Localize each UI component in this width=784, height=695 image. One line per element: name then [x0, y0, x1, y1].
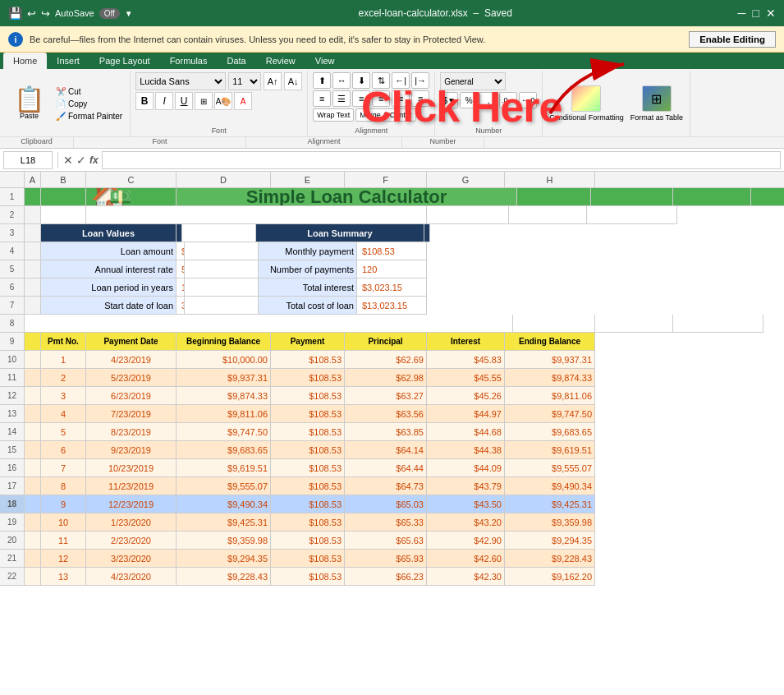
cut-button[interactable]: ✂️Cut	[53, 86, 125, 97]
italic-btn[interactable]: I	[155, 92, 173, 110]
payment-12[interactable]: $108.53	[271, 387, 345, 405]
col-header-B[interactable]: B	[41, 172, 86, 187]
cell-A12[interactable]	[25, 387, 41, 405]
date-10[interactable]: 4/23/2019	[86, 351, 177, 369]
interest-19[interactable]: $43.20	[427, 513, 505, 532]
increase-font-btn[interactable]: A↑	[264, 72, 282, 90]
date-19[interactable]: 1/23/2020	[86, 513, 177, 532]
interest-15[interactable]: $44.38	[427, 441, 505, 459]
cell-A14[interactable]	[25, 423, 41, 441]
redo-icon[interactable]: ↪	[41, 7, 50, 20]
interest-10[interactable]: $45.83	[427, 351, 505, 369]
interest-21[interactable]: $42.60	[427, 550, 505, 568]
cell-E3[interactable]	[182, 224, 256, 242]
cell-A16[interactable]	[25, 459, 41, 477]
dropdown-icon[interactable]: ▼	[125, 9, 133, 18]
interest-20[interactable]: $42.90	[427, 532, 505, 550]
font-color-btn[interactable]: A	[234, 92, 252, 110]
interest-16[interactable]: $44.09	[427, 459, 505, 477]
begin-19[interactable]: $9,425.31	[177, 513, 271, 532]
col-header-D[interactable]: D	[177, 172, 271, 187]
pmt-num-18[interactable]: 9	[41, 495, 86, 513]
loan-values-header[interactable]: Loan Values	[41, 224, 177, 242]
cell-A9[interactable]	[25, 333, 41, 351]
tab-formulas[interactable]: Formulas	[160, 53, 218, 69]
ending-17[interactable]: $9,490.34	[505, 477, 595, 495]
merge-center-btn[interactable]: Merge & Center	[355, 108, 416, 122]
cell-A18[interactable]	[25, 495, 41, 513]
cell-C2[interactable]	[86, 206, 427, 224]
summary-label-4[interactable]: Total cost of loan	[259, 297, 357, 315]
begin-13[interactable]: $9,811.06	[177, 405, 271, 423]
pmt-header[interactable]: Pmt No.	[41, 333, 86, 351]
begin-12[interactable]: $9,874.33	[177, 387, 271, 405]
payment-16[interactable]: $108.53	[271, 459, 345, 477]
pmt-num-22[interactable]: 13	[41, 568, 86, 586]
begin-10[interactable]: $10,000.00	[177, 351, 271, 369]
summary-value-3[interactable]: $3,023.15	[357, 278, 427, 297]
col-header-H[interactable]: H	[505, 172, 595, 187]
format-table-btn[interactable]: ⊞ Format as Table	[630, 85, 683, 122]
cell-B1[interactable]	[41, 188, 86, 206]
formula-input[interactable]	[102, 151, 781, 169]
begin-16[interactable]: $9,619.51	[177, 459, 271, 477]
currency-btn[interactable]: $▼	[440, 92, 458, 108]
cell-A17[interactable]	[25, 477, 41, 495]
cell-A2[interactable]	[25, 206, 41, 224]
payment-header[interactable]: Payment	[271, 333, 345, 351]
cell-A10[interactable]	[25, 351, 41, 369]
principal-15[interactable]: $64.14	[345, 441, 427, 459]
loan-label-1[interactable]: Loan amount	[41, 242, 177, 260]
pmt-num-13[interactable]: 4	[41, 405, 86, 423]
save-icon[interactable]: 💾	[8, 7, 22, 20]
principal-11[interactable]: $62.98	[345, 369, 427, 387]
indent-increase-btn[interactable]: |→	[411, 72, 429, 89]
begin-18[interactable]: $9,490.34	[177, 495, 271, 513]
date-13[interactable]: 7/23/2019	[86, 405, 177, 423]
format-painter-button[interactable]: 🖌️Format Painter	[53, 111, 125, 122]
maximize-icon[interactable]: □	[753, 7, 759, 20]
loan-label-4[interactable]: Start date of loan	[41, 297, 177, 315]
cell-A20[interactable]	[25, 532, 41, 550]
col-header-C[interactable]: C	[86, 172, 177, 187]
interest-11[interactable]: $45.55	[427, 369, 505, 387]
date-20[interactable]: 2/23/2020	[86, 532, 177, 550]
payment-20[interactable]: $108.53	[271, 532, 345, 550]
interest-17[interactable]: $43.79	[427, 477, 505, 495]
loan-value-4[interactable]: 3/23/2019	[177, 297, 185, 315]
principal-21[interactable]: $65.93	[345, 550, 427, 568]
payment-10[interactable]: $108.53	[271, 351, 345, 369]
cell-B2[interactable]	[41, 206, 86, 224]
begin-bal-header[interactable]: Beginning Balance	[177, 333, 271, 351]
begin-20[interactable]: $9,359.98	[177, 532, 271, 550]
text-direction-btn[interactable]: ⇅	[372, 72, 390, 89]
summary-label-2[interactable]: Number of payments	[259, 260, 357, 278]
indent-decrease-btn[interactable]: ←|	[392, 72, 410, 89]
date-12[interactable]: 6/23/2019	[86, 387, 177, 405]
col-header-G[interactable]: G	[427, 172, 505, 187]
tab-data[interactable]: Data	[217, 53, 255, 69]
date-16[interactable]: 10/23/2019	[86, 459, 177, 477]
pmt-num-12[interactable]: 3	[41, 387, 86, 405]
loan-label-2[interactable]: Annual interest rate	[41, 260, 177, 278]
ending-18[interactable]: $9,425.31	[505, 495, 595, 513]
principal-header[interactable]: Principal	[345, 333, 427, 351]
pmt-num-14[interactable]: 5	[41, 423, 86, 441]
underline-btn[interactable]: U	[175, 92, 193, 110]
ending-22[interactable]: $9,162.20	[505, 568, 595, 586]
border-btn[interactable]: ⊞	[195, 92, 213, 110]
align-left-btn[interactable]: ≡	[313, 90, 331, 107]
summary-label-3[interactable]: Total interest	[259, 278, 357, 297]
paste-button[interactable]: 📋 Paste	[8, 85, 50, 122]
principal-18[interactable]: $65.03	[345, 495, 427, 513]
principal-20[interactable]: $65.63	[345, 532, 427, 550]
pmt-num-10[interactable]: 1	[41, 351, 86, 369]
payment-17[interactable]: $108.53	[271, 477, 345, 495]
summary-value-4[interactable]: $13,023.15	[357, 297, 427, 315]
begin-15[interactable]: $9,683.65	[177, 441, 271, 459]
align-dist-btn[interactable]: ≡	[392, 90, 410, 107]
increase-decimal-btn[interactable]: .0→	[499, 92, 517, 108]
align-full-btn[interactable]: ≡	[372, 90, 390, 107]
ending-10[interactable]: $9,937.31	[505, 351, 595, 369]
cell-G8[interactable]	[595, 315, 673, 333]
